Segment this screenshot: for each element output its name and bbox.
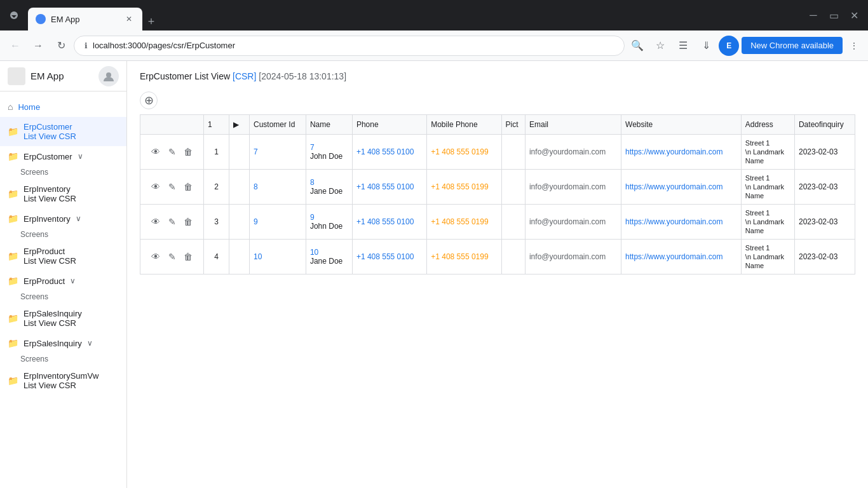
edit-icon[interactable]: ✎ [165, 215, 179, 229]
col-header-email: Email [525, 115, 621, 135]
sidebar-item-erpsalesinquiry-list[interactable]: 📁 ErpSalesInquiryList View CSR [0, 304, 126, 333]
page-title: ErpCustomer List View [140, 71, 233, 81]
sidebar-item-erpcustomer-list[interactable]: 📁 ErpCustomerList View CSR [0, 117, 126, 146]
website-cell[interactable]: https://www.yourdomain.com [621, 240, 742, 274]
delete-icon[interactable]: 🗑 [181, 180, 195, 194]
tab-search-btn[interactable]: ☰ [673, 36, 693, 56]
customer-id-cell[interactable]: 10 [250, 240, 306, 274]
mobile-cell: +1 408 555 0199 [427, 135, 501, 170]
profile-menu-btn[interactable] [5, 6, 23, 24]
search-btn[interactable]: 🔍 [627, 36, 648, 56]
view-icon[interactable]: 👁 [149, 145, 163, 159]
website-cell[interactable]: https://www.yourdomain.com [621, 135, 742, 170]
customer-id-cell[interactable]: 7 [250, 135, 306, 170]
phone-cell: +1 408 555 0100 [352, 170, 426, 205]
delete-icon[interactable]: 🗑 [181, 215, 195, 229]
col-header-phone: Phone [352, 115, 426, 135]
row-actions: 👁 ✎ 🗑 [140, 170, 204, 205]
row-num: 2 [204, 170, 229, 205]
address-cell: Street 1\n LandmarkName [741, 240, 794, 274]
sidebar-erpinventory-screens-label: ErpInventory [24, 214, 71, 224]
phone-cell: +1 408 555 0100 [352, 240, 426, 274]
tab-title: EM App [51, 15, 80, 24]
sidebar-erpinventory-list-label: ErpInventoryList View CSR [24, 184, 76, 203]
delete-icon[interactable]: 🗑 [181, 250, 195, 264]
pict-cell [501, 240, 525, 274]
chevron-icon-1: ∨ [78, 152, 83, 161]
name-cell[interactable]: 9John Doe [306, 205, 352, 240]
home-icon: ⌂ [8, 102, 13, 112]
minimize-btn[interactable]: ─ [804, 6, 822, 24]
sidebar-item-erpproduct-list[interactable]: 📁 ErpProductList View CSR [0, 241, 126, 271]
website-cell[interactable]: https://www.yourdomain.com [621, 170, 742, 205]
sidebar-erpproduct-screens-sub: Screens [0, 291, 126, 304]
sidebar-nav: ⌂ Home 📁 ErpCustomerList View CSR 📁 ErpC… [0, 92, 126, 400]
download-btn[interactable]: ⇓ [696, 36, 716, 56]
chevron-icon-3: ∨ [70, 276, 76, 285]
mobile-cell: +1 408 555 0199 [427, 205, 501, 240]
row-nav [229, 135, 250, 170]
pict-cell [501, 170, 525, 205]
refresh-btn[interactable]: ↻ [51, 36, 71, 56]
sidebar-item-erpsalesinquiry-screens[interactable]: 📁 ErpSalesInquiry ∨ [0, 333, 126, 353]
sidebar-item-erpinventory-screens[interactable]: 📁 ErpInventory ∨ [0, 208, 126, 229]
row-actions: 👁 ✎ 🗑 [140, 240, 204, 274]
add-record-btn[interactable]: ⊕ [140, 92, 158, 109]
sidebar-erpsalesinquiry-screens-label: ErpSalesInquiry [24, 339, 82, 348]
row-num: 1 [204, 135, 229, 170]
col-header-num: 1 [204, 115, 229, 135]
new-tab-btn[interactable]: + [142, 13, 160, 30]
mobile-cell: +1 408 555 0199 [427, 170, 501, 205]
address-cell: Street 1\n LandmarkName [741, 205, 794, 240]
tab-close-btn[interactable]: ✕ [123, 13, 135, 25]
phone-cell: +1 408 555 0100 [352, 205, 426, 240]
folder-icon-2: 📁 [8, 151, 18, 161]
edit-icon[interactable]: ✎ [165, 250, 179, 264]
folder-icon-6: 📁 [8, 276, 18, 286]
back-btn[interactable]: ← [5, 36, 25, 56]
profile-btn[interactable]: E [719, 36, 739, 56]
folder-icon-1: 📁 [8, 126, 18, 137]
sidebar-item-erpinventory-list[interactable]: 📁 ErpInventoryList View CSR [0, 179, 126, 208]
address-cell: Street 1\n LandmarkName [741, 135, 794, 170]
col-header-mobile: Mobile Phone [427, 115, 501, 135]
sidebar-item-erpinventorysumvw-list[interactable]: 📁 ErpInventorySumVwList View CSR [0, 366, 126, 395]
maximize-btn[interactable]: ▭ [825, 6, 843, 24]
active-tab[interactable]: EM App ✕ [28, 8, 142, 30]
sidebar-item-home[interactable]: ⌂ Home [0, 97, 126, 117]
name-cell[interactable]: 7John Doe [306, 135, 352, 170]
bookmark-btn[interactable]: ☆ [650, 36, 670, 56]
close-btn[interactable]: ✕ [845, 6, 863, 24]
user-avatar-icon[interactable] [98, 66, 119, 86]
new-chrome-btn[interactable]: New Chrome available [742, 37, 843, 54]
date-cell: 2023-02-03 [794, 205, 855, 240]
delete-icon[interactable]: 🗑 [181, 145, 195, 159]
view-icon[interactable]: 👁 [149, 250, 163, 264]
view-icon[interactable]: 👁 [149, 215, 163, 229]
folder-icon-9: 📁 [8, 376, 18, 386]
sidebar-item-erpproduct-screens[interactable]: 📁 ErpProduct ∨ [0, 271, 126, 291]
customer-id-cell[interactable]: 9 [250, 205, 306, 240]
view-icon[interactable]: 👁 [149, 180, 163, 194]
row-nav [229, 205, 250, 240]
website-cell[interactable]: https://www.yourdomain.com [621, 205, 742, 240]
table-row: 👁 ✎ 🗑 1 7 7John Doe +1 408 555 0100 +1 4… [140, 135, 855, 170]
data-table: 1 ▶ Customer Id Name Phone Mobile Phone … [140, 114, 855, 274]
sidebar-erpcustomer-list-label: ErpCustomerList View CSR [24, 122, 76, 141]
browser-controls [5, 6, 23, 24]
edit-icon[interactable]: ✎ [165, 180, 179, 194]
window-controls: ─ ▭ ✕ [804, 6, 863, 24]
sidebar-item-erpcustomer-screens[interactable]: 📁 ErpCustomer ∨ [0, 146, 126, 166]
col-header-address: Address [741, 115, 794, 135]
forward-btn[interactable]: → [28, 36, 48, 56]
customer-id-cell[interactable]: 8 [250, 170, 306, 205]
edit-icon[interactable]: ✎ [165, 145, 179, 159]
chrome-menu-btn[interactable]: ⋮ [845, 37, 863, 55]
folder-icon-3: 📁 [8, 189, 18, 199]
address-input[interactable]: ℹ localhost:3000/pages/csr/ErpCustomer [74, 36, 625, 56]
email-cell: info@yourdomain.com [525, 170, 621, 205]
name-cell[interactable]: 8Jane Doe [306, 170, 352, 205]
sidebar-erpcustomer-screens-sub: Screens [0, 166, 126, 179]
name-cell[interactable]: 10Jane Doe [306, 240, 352, 274]
page-tag: [CSR] [233, 71, 256, 81]
